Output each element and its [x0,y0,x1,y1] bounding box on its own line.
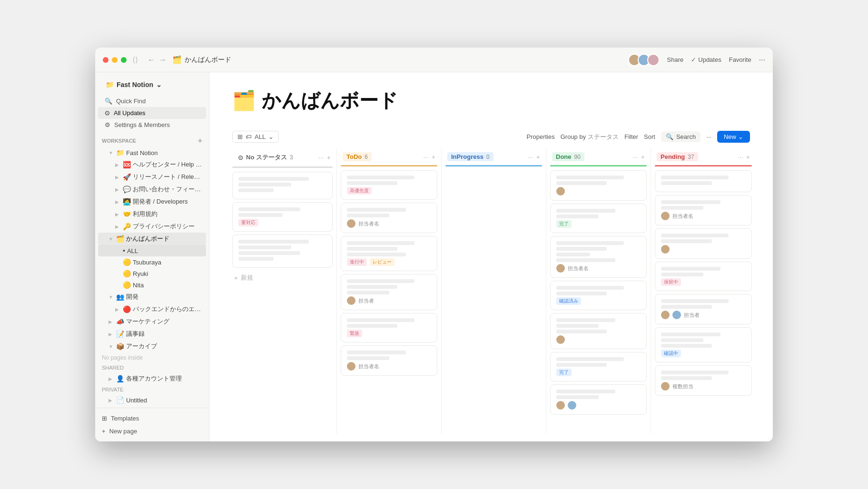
sidebar-item-feedback[interactable]: ▶ 💬 お問い合わせ・フィードバック / Co... [98,183,206,196]
new-page-button[interactable]: + New page [98,425,206,438]
more-options-button[interactable]: ··· [706,133,711,140]
sidebar-item-ryuki[interactable]: ▶ 🟡 Ryuki [98,268,206,279]
card[interactable] [550,313,647,349]
item-label: お問い合わせ・フィードバック / Co... [133,185,202,194]
item-icon: 🤝 [123,210,131,218]
card-meta: 完了 [556,369,641,376]
card[interactable]: 確認済み [550,281,647,310]
card-meta [556,335,641,344]
card[interactable] [550,384,647,415]
more-icon[interactable]: ··· [528,153,533,161]
item-icon: 💬 [123,186,131,193]
sidebar-item-privacy[interactable]: ▶ 🔑 プライバシーポリシー [98,220,206,233]
close-button[interactable] [103,57,108,63]
cards-list: 高優先度 担当者名 [341,170,437,434]
card[interactable]: 担当者 [655,294,752,324]
more-icon[interactable]: ··· [738,153,743,161]
more-icon[interactable]: ··· [318,154,324,161]
add-card-button[interactable]: + 新規 [232,271,333,285]
search-icon: 🔍 [666,133,673,140]
maximize-button[interactable] [121,57,127,63]
card[interactable] [655,228,752,259]
sidebar-item-marketing[interactable]: ▶ 📣 マーケティング [98,315,206,328]
sidebar-item-kanban[interactable]: ▼ 🗂️ かんばんボード [98,233,206,245]
add-card-icon[interactable]: + [327,154,331,161]
sidebar-item-quickfind[interactable]: 🔍 Quick Find [98,95,206,107]
card[interactable] [550,170,647,201]
item-label: かんばんボード [126,235,202,243]
sidebar-item-archive[interactable]: ▼ 📦 アーカイブ [98,340,206,352]
add-card-icon[interactable]: + [432,153,435,161]
card-line [556,247,607,251]
card-meta [661,245,746,254]
sidebar-item-fastnotion[interactable]: ▼ 📁 Fast Notion [98,147,206,158]
column-count: 0 [486,154,490,160]
sidebar-item-releasenote[interactable]: ▶ 🚀 リリースノート / Release Note [98,171,206,183]
card-line [661,344,712,348]
card[interactable]: 担当者名 [550,236,647,278]
search-button[interactable]: 🔍 Search [661,131,700,142]
sidebar-item-helpcenter[interactable]: ▶ 🆘 ヘルプセンター / Help Center [98,158,206,171]
sidebar-toggle[interactable]: ⟨⟩ [132,55,138,64]
column-count: 6 [365,154,368,160]
card[interactable]: 進行中 レビュー [341,236,437,271]
card[interactable]: 緊急 [341,313,437,342]
add-workspace-button[interactable]: + [198,137,202,145]
new-button[interactable]: New ⌄ [717,131,750,143]
sidebar-item-terms[interactable]: ▶ 🤝 利用規約 [98,208,206,220]
card[interactable]: 担当者 [341,274,437,310]
properties-button[interactable]: Properties [526,133,554,140]
sidebar-item-all[interactable]: ▶ • ALL [98,245,206,256]
add-card-icon[interactable]: + [746,153,750,161]
add-card-icon[interactable]: + [641,153,645,161]
back-button[interactable]: ← [148,56,155,64]
card[interactable]: 担当者名 [655,195,752,225]
sort-button[interactable]: Sort [644,133,655,140]
share-button[interactable]: Share [667,56,684,63]
sidebar-item-settings[interactable]: ⚙ Settings & Members [98,119,206,131]
sidebar-item-minutes[interactable]: ▶ 📝 議事録 [98,328,206,340]
card[interactable]: 確認中 [655,327,752,362]
card[interactable]: 完了 [550,204,647,233]
sidebar-bottom: ⊞ Templates + New page [95,408,209,441]
sidebar-item-dev[interactable]: ▼ 👥 開発 [98,291,206,303]
minimize-button[interactable] [112,57,118,63]
settings-icon: ⚙ [105,121,110,128]
card[interactable]: 担当者名 [341,203,437,233]
main-layout: 📁 Fast Notion ⌄ 🔍 Quick Find ⊙ All Updat… [95,72,773,441]
card-avatar [661,212,670,220]
more-button[interactable]: ··· [759,56,765,64]
sidebar-item-allupdates[interactable]: ⊙ All Updates [98,107,206,119]
item-icon: 🟡 [123,270,131,277]
more-icon[interactable]: ··· [632,153,638,161]
group-by-button[interactable]: Group by ステータス [561,133,619,141]
card[interactable] [232,235,333,268]
view-selector[interactable]: ⊞ 🏷 ALL ⌄ [232,131,279,143]
favorite-button[interactable]: Favorite [729,56,751,63]
card-line [661,371,729,374]
card[interactable] [232,172,333,199]
card[interactable]: 保留中 [655,262,752,291]
card[interactable]: 要対応 [232,202,333,232]
sidebar-item-accounts[interactable]: ▶ 👤 各種アカウント管理 [98,372,206,385]
filter-button[interactable]: Filter [624,133,638,140]
card[interactable]: 高優先度 [341,170,437,200]
card[interactable]: 複数担当 [655,365,752,396]
sidebar-item-nita[interactable]: ▶ 🟡 Nita [98,279,206,291]
templates-button[interactable]: ⊞ Templates [98,412,206,425]
card[interactable]: 担当者名 [341,345,437,376]
add-card-icon[interactable]: + [536,153,540,161]
sidebar-item-tsuburaya[interactable]: ▶ 🟡 Tsuburaya [98,256,206,268]
card-tag: 要対応 [238,219,258,226]
sidebar-item-backend-error[interactable]: ▶ 🔴 バックエンドからのエラーについて [98,303,206,315]
updates-button[interactable]: ✓ Updates [691,56,721,63]
card[interactable] [655,170,752,192]
card-line [661,200,720,204]
status-bar [655,165,752,166]
forward-button[interactable]: → [159,56,167,64]
workspace-name[interactable]: 📁 Fast Notion ⌄ [102,78,202,91]
more-icon[interactable]: ··· [423,153,429,161]
sidebar-item-untitled[interactable]: ▶ 📄 Untitled [98,394,206,406]
card[interactable]: 完了 [550,352,647,381]
sidebar-item-developers[interactable]: ▶ 🧑‍💻 開発者 / Developers [98,196,206,208]
